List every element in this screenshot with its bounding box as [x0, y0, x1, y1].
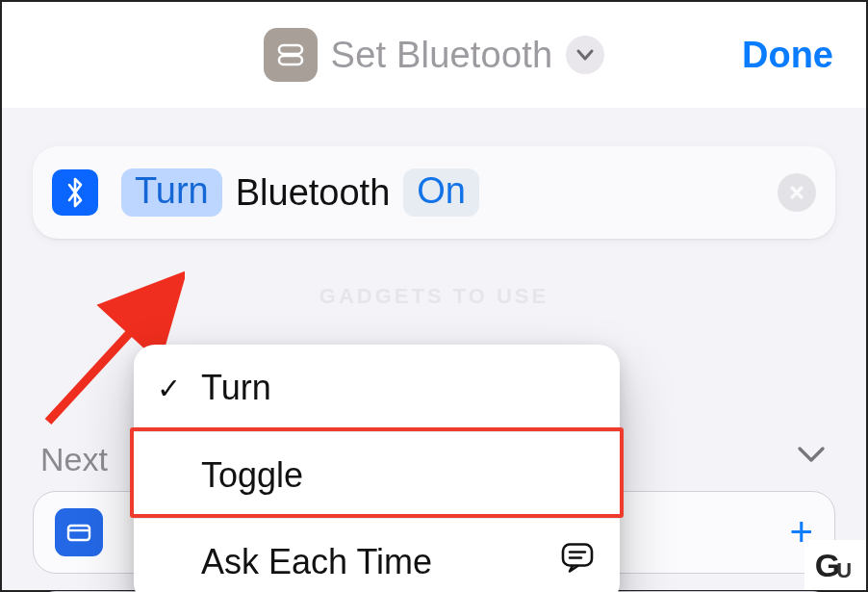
action-set-bluetooth[interactable]: Turn Bluetooth On — [33, 146, 835, 239]
popover-option-label: Turn — [201, 368, 271, 408]
svg-rect-6 — [563, 544, 592, 565]
popover-option-turn[interactable]: ✓ Turn — [134, 345, 620, 431]
operation-popover: ✓ Turn Toggle Ask Each Time — [134, 345, 620, 592]
svg-rect-1 — [279, 56, 302, 64]
checkmark-icon: ✓ — [157, 372, 181, 405]
svg-rect-3 — [68, 526, 89, 540]
title-menu-button[interactable] — [566, 36, 604, 74]
collapse-next-button[interactable] — [797, 445, 826, 468]
editor-header: Set Bluetooth Done — [2, 2, 866, 108]
popover-option-label: Ask Each Time — [201, 542, 432, 582]
corner-logo: GU — [804, 540, 866, 590]
speech-bubble-icon — [560, 541, 595, 582]
popover-option-label: Toggle — [201, 455, 303, 496]
card-icon — [55, 508, 103, 556]
clear-action-button[interactable] — [778, 173, 816, 212]
close-icon — [788, 184, 805, 201]
action-target-label: Bluetooth — [236, 172, 391, 214]
chevron-down-icon — [797, 445, 826, 464]
popover-option-toggle[interactable]: Toggle — [134, 431, 620, 518]
editor-content: Turn Bluetooth On Next — [2, 108, 866, 590]
shortcut-icon — [264, 28, 318, 82]
state-pill[interactable]: On — [403, 168, 479, 217]
svg-rect-0 — [279, 45, 302, 54]
bluetooth-icon — [52, 169, 98, 216]
done-button[interactable]: Done — [742, 35, 833, 76]
page-title: Set Bluetooth — [331, 35, 553, 76]
operation-pill[interactable]: Turn — [121, 168, 222, 217]
next-action-label: Next — [40, 441, 108, 478]
chevron-down-icon — [575, 45, 595, 64]
popover-option-ask-each-time[interactable]: Ask Each Time — [134, 518, 620, 592]
